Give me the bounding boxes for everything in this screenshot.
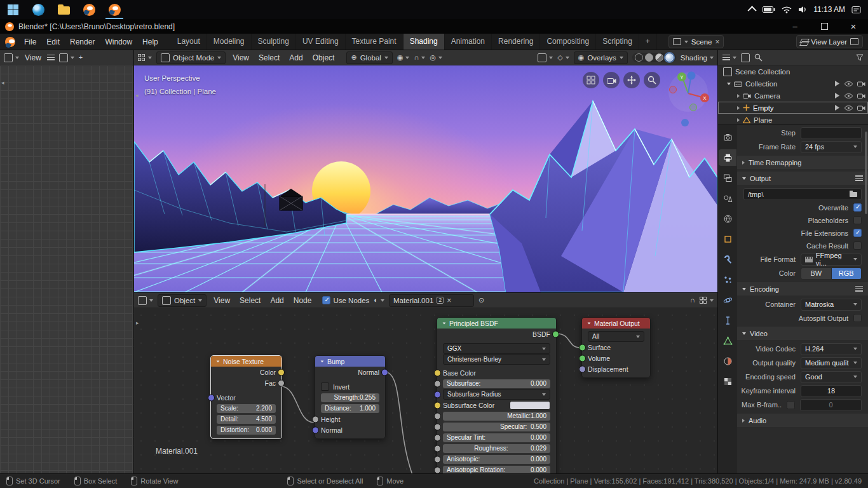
anisotropic-rotation-input-socket[interactable]: [434, 466, 441, 473]
pivot-point-button[interactable]: ◉: [397, 54, 410, 61]
node-menu-select[interactable]: Select: [237, 292, 263, 309]
selectable-icon[interactable]: [834, 93, 840, 98]
tab-scripting[interactable]: Scripting: [596, 34, 639, 50]
editor-type-button[interactable]: [4, 53, 19, 62]
fac-output-socket[interactable]: [278, 379, 285, 386]
subsurface-radius-dropdown[interactable]: Subsurface Radius: [443, 389, 550, 400]
max-bframes-field[interactable]: 0: [800, 399, 862, 411]
minimize-button[interactable]: –: [780, 19, 810, 34]
tab-output[interactable]: [719, 149, 736, 166]
taskbar-blender-launcher-icon[interactable]: [76, 0, 102, 19]
solid-shading-button[interactable]: [645, 53, 653, 62]
taskbar-clock[interactable]: 11:13 AM: [813, 5, 845, 14]
taskbar-blender-running-icon[interactable]: [102, 0, 127, 19]
mode-dropdown[interactable]: Object Mode: [156, 51, 226, 64]
base-color-input-socket[interactable]: [434, 369, 441, 376]
region-collapse-arrow[interactable]: ◂: [1, 79, 4, 86]
container-dropdown[interactable]: Matroska: [801, 299, 862, 311]
anisotropic-field[interactable]: Anisotropic:0.000: [443, 455, 550, 464]
distribution-dropdown[interactable]: GGX: [443, 343, 550, 354]
video-section[interactable]: Video: [737, 327, 868, 340]
display-mode-icon[interactable]: [741, 53, 750, 62]
metallic-input-socket[interactable]: [434, 412, 441, 419]
node-header[interactable]: Material Output: [582, 318, 650, 329]
tab-view-layer[interactable]: [719, 170, 736, 186]
notification-center-icon[interactable]: [851, 6, 862, 14]
outliner-row-plane[interactable]: Plane: [718, 114, 868, 125]
vector-input-socket[interactable]: [208, 394, 215, 401]
selectability-button[interactable]: [538, 53, 553, 62]
subsurface-color-input-socket[interactable]: [434, 402, 441, 409]
tab-physics[interactable]: [719, 292, 736, 308]
snapping-button[interactable]: ∩: [690, 297, 695, 304]
pin-icon[interactable]: ⊙: [478, 297, 484, 304]
viewport-menu-add[interactable]: Add: [287, 50, 305, 66]
rendered-shading-button[interactable]: [665, 53, 674, 62]
new-image-button[interactable]: +: [79, 54, 83, 61]
filter-icon[interactable]: [856, 54, 864, 61]
camera-view-button[interactable]: [603, 72, 620, 88]
subsurface-input-socket[interactable]: [434, 380, 441, 387]
color-rgb-button[interactable]: RGB: [832, 268, 862, 280]
overlays-dropdown[interactable]: ◉ Overlays: [574, 51, 628, 64]
video-codec-dropdown[interactable]: H.264: [801, 343, 862, 355]
eye-icon[interactable]: [844, 105, 853, 111]
menu-render[interactable]: Render: [65, 34, 100, 50]
tab-object[interactable]: [719, 231, 736, 247]
metallic-field[interactable]: Metallic:1.000: [443, 412, 550, 421]
normal-output-socket[interactable]: [381, 369, 388, 376]
menu-help[interactable]: Help: [137, 34, 163, 50]
region-collapse-arrow[interactable]: ◂: [135, 92, 139, 98]
material-name-field[interactable]: Material.001 2 ×: [389, 294, 474, 307]
image-browse-button[interactable]: [59, 53, 74, 62]
node-principled-bsdf[interactable]: Principled BSDF BSDF GGX Christensen-Bur…: [437, 317, 557, 473]
copy-material-icon[interactable]: 2: [437, 297, 444, 304]
tab-object-data[interactable]: [719, 332, 736, 349]
node-header[interactable]: Principled BSDF: [437, 318, 556, 329]
specular-tint-field[interactable]: Specular Tint:0.000: [443, 433, 550, 442]
normal-input-socket[interactable]: [312, 426, 319, 433]
navigation-gizmo[interactable]: X Y: [664, 68, 710, 129]
shading-popover-button[interactable]: Shading: [681, 54, 714, 62]
viewport-menu-object[interactable]: Object: [310, 50, 337, 66]
expand-icon[interactable]: [737, 106, 740, 110]
panel-menu-icon[interactable]: [855, 175, 863, 181]
unlink-material-icon[interactable]: ×: [447, 297, 451, 304]
node-bump[interactable]: Bump Normal Invert Strength:0.255 Distan…: [315, 355, 386, 439]
output-path-field[interactable]: /tmp\: [743, 188, 862, 200]
toggle-grid-button[interactable]: [583, 72, 599, 88]
scene-browse-icon[interactable]: [673, 38, 681, 45]
output-quality-dropdown[interactable]: Medium qualit: [801, 357, 862, 369]
specular-field[interactable]: Specular:0.500: [443, 423, 550, 431]
selectable-icon[interactable]: [834, 81, 840, 86]
tab-layout[interactable]: Layout: [171, 34, 207, 50]
collapse-icon[interactable]: [443, 322, 446, 324]
shader-type-dropdown[interactable]: Object: [158, 294, 207, 307]
new-view-layer-icon[interactable]: [850, 38, 858, 45]
overlay-options-button[interactable]: [700, 297, 714, 304]
left-editor-view-menu[interactable]: View: [24, 50, 43, 66]
wifi-icon[interactable]: [782, 6, 792, 13]
displacement-input-socket[interactable]: [579, 365, 586, 372]
file-format-dropdown[interactable]: FFmpeg vi...: [801, 254, 862, 266]
specular-tint-input-socket[interactable]: [434, 434, 441, 441]
selectable-icon[interactable]: [834, 105, 840, 111]
editor-type-button[interactable]: [722, 55, 736, 60]
collapse-icon[interactable]: [588, 322, 591, 324]
tab-modeling[interactable]: Modeling: [207, 34, 252, 50]
tray-chevron-up-icon[interactable]: [748, 6, 757, 15]
tab-texture-paint[interactable]: Texture Paint: [346, 34, 403, 50]
editor-type-button[interactable]: [138, 54, 152, 62]
tab-texture[interactable]: [719, 373, 736, 390]
subsurface-field[interactable]: Subsurface:0.000: [443, 379, 550, 388]
view-layer-selector[interactable]: View Layer: [796, 35, 863, 48]
zoom-view-button[interactable]: [644, 72, 660, 88]
outliner-row-scene-collection[interactable]: Scene Collection: [718, 65, 868, 78]
tab-compositing[interactable]: Compositing: [540, 34, 596, 50]
tab-particles[interactable]: [719, 271, 736, 288]
menu-burger-icon[interactable]: [47, 55, 55, 60]
menu-edit[interactable]: Edit: [41, 34, 65, 50]
viewport-menu-select[interactable]: Select: [256, 50, 282, 66]
anisotropic-input-socket[interactable]: [434, 456, 441, 463]
output-section[interactable]: Output: [737, 172, 868, 185]
